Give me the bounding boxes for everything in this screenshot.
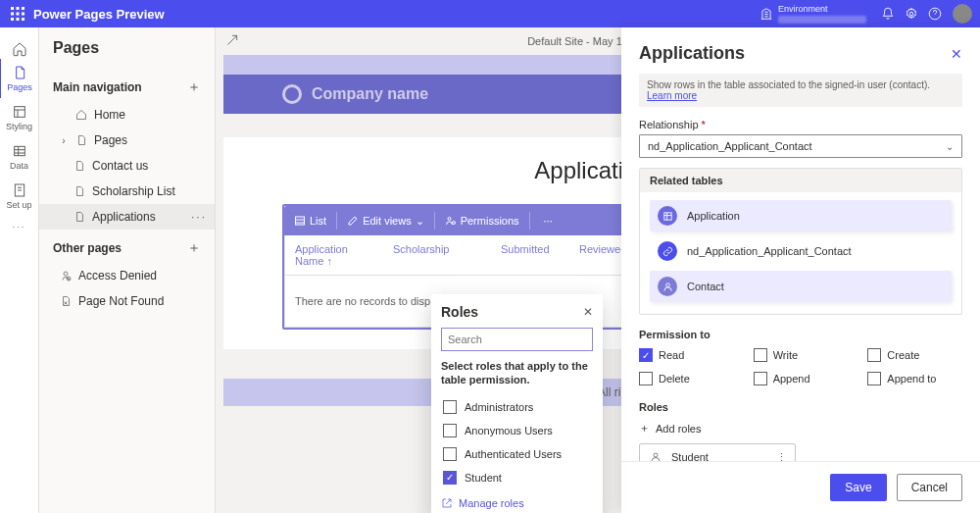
perm-write[interactable]: Write — [754, 348, 849, 362]
plus-icon: ＋ — [639, 421, 650, 436]
settings-icon[interactable] — [900, 2, 923, 26]
toolbar-list[interactable]: List — [284, 206, 336, 235]
chevron-right-icon[interactable]: › — [59, 135, 69, 146]
sidebar-item-scholarship[interactable]: Scholarship List — [39, 179, 215, 204]
col-scholarship[interactable]: Scholarship — [383, 235, 491, 275]
svg-rect-5 — [22, 13, 24, 16]
environment-label-text: Environment — [778, 5, 866, 14]
more-icon[interactable]: ··· — [191, 210, 207, 224]
permissions-panel: Applications ✕ Show rows in the table as… — [621, 27, 980, 513]
notifications-icon[interactable] — [876, 2, 900, 26]
sidebar-item-label: Pages — [94, 133, 127, 147]
sidebar-item-applications[interactable]: Applications ··· — [39, 204, 215, 230]
role-checkbox-auth[interactable]: Authenticated Users — [441, 442, 593, 466]
rail-pages[interactable]: Pages — [0, 59, 38, 98]
related-tables-box: Related tables Application nd_Applicatio… — [639, 168, 962, 315]
role-checkbox-admin[interactable]: Administrators — [441, 395, 593, 419]
save-button[interactable]: Save — [830, 474, 886, 501]
page-icon — [74, 133, 88, 147]
left-rail: Pages Styling Data Set up ··· — [0, 27, 39, 513]
sidebar-item-home[interactable]: Home — [39, 102, 215, 128]
related-table-contact[interactable]: Contact — [650, 271, 952, 302]
table-icon — [658, 206, 677, 226]
role-checkbox-student[interactable]: ✓Student — [441, 466, 593, 489]
rail-styling[interactable]: Styling — [0, 98, 39, 137]
sidebar-item-access-denied[interactable]: Access Denied — [39, 263, 215, 288]
svg-point-20 — [665, 282, 669, 286]
svg-rect-4 — [17, 13, 20, 16]
person-icon — [658, 277, 677, 296]
sidebar-item-label: Applications — [92, 210, 156, 224]
denied-icon — [59, 269, 73, 282]
roles-popover-title: Roles — [441, 304, 478, 320]
add-page-icon[interactable]: ＋ — [187, 78, 201, 96]
rail-more[interactable]: ··· — [0, 216, 39, 237]
svg-point-21 — [654, 453, 658, 457]
perm-appendto[interactable]: Append to — [867, 372, 962, 385]
perm-append[interactable]: Append — [754, 372, 849, 385]
rail-data[interactable]: Data — [0, 137, 39, 177]
svg-rect-8 — [22, 18, 24, 21]
manage-roles-link[interactable]: Manage roles — [441, 497, 593, 509]
sidebar-item-label: Scholarship List — [92, 184, 175, 198]
svg-rect-12 — [14, 146, 24, 155]
app-title: Power Pages Preview — [33, 7, 165, 22]
roles-popover: Roles ✕ Select roles that apply to the t… — [431, 294, 603, 513]
company-name: Company name — [312, 85, 428, 103]
svg-rect-19 — [663, 212, 670, 219]
toolbar-edit-views[interactable]: Edit views ⌄ — [337, 206, 434, 235]
svg-rect-2 — [22, 7, 24, 10]
sidebar-item-pages[interactable]: › Pages — [39, 128, 215, 153]
cancel-button[interactable]: Cancel — [897, 474, 962, 501]
roles-search-input[interactable] — [441, 328, 593, 351]
related-table-application[interactable]: Application — [650, 200, 952, 231]
rail-home[interactable] — [0, 35, 39, 59]
learn-more-link[interactable]: Learn more — [647, 90, 697, 101]
relationship-dropdown[interactable]: nd_Application_Applicant_Contact ⌄ — [639, 134, 962, 158]
col-submitted[interactable]: Submitted — [491, 235, 569, 275]
permission-to-label: Permission to — [639, 329, 962, 340]
sidebar-item-label: Home — [94, 108, 125, 122]
col-application-name[interactable]: Application Name ↑ — [285, 235, 383, 275]
rail-setup-label: Set up — [6, 200, 31, 210]
rail-pages-label: Pages — [7, 82, 32, 92]
waffle-icon[interactable] — [8, 4, 27, 24]
svg-rect-0 — [11, 7, 14, 10]
add-roles-button[interactable]: ＋ Add roles — [639, 421, 962, 436]
svg-point-17 — [448, 218, 451, 221]
expand-arrow-icon[interactable] — [225, 33, 239, 47]
chevron-down-icon: ⌄ — [946, 141, 954, 152]
help-icon[interactable] — [923, 2, 947, 26]
add-other-page-icon[interactable]: ＋ — [187, 239, 201, 257]
company-logo-icon — [282, 84, 302, 104]
page-icon — [73, 210, 86, 224]
related-table-relation[interactable]: nd_Application_Applicant_Contact — [650, 235, 952, 267]
svg-point-14 — [64, 272, 68, 276]
perm-read[interactable]: ✓Read — [639, 348, 734, 362]
sidebar-item-label: Access Denied — [78, 269, 157, 282]
page-icon — [73, 159, 86, 173]
main-navigation-header: Main navigation ＋ — [39, 69, 215, 102]
toolbar-more[interactable]: ··· — [534, 206, 563, 235]
roles-hint: Select roles that apply to the table per… — [441, 359, 593, 387]
rail-setup[interactable]: Set up — [0, 177, 39, 216]
chevron-down-icon: ⌄ — [416, 215, 424, 228]
avatar[interactable] — [953, 4, 972, 24]
environment-label[interactable]: Environment — [778, 5, 866, 24]
close-panel-icon[interactable]: ✕ — [951, 46, 962, 62]
home-icon — [74, 108, 88, 122]
perm-delete[interactable]: Delete — [639, 372, 734, 385]
sidebar-item-contact[interactable]: Contact us — [39, 153, 215, 179]
role-checkbox-anon[interactable]: Anonymous Users — [441, 419, 593, 442]
relationship-label: Relationship * — [639, 119, 962, 130]
sidebar-item-not-found[interactable]: Page Not Found — [39, 288, 215, 314]
environment-icon[interactable] — [755, 2, 778, 26]
panel-title: Applications — [639, 43, 745, 64]
close-icon[interactable]: ✕ — [583, 305, 593, 319]
toolbar-permissions[interactable]: Permissions — [435, 206, 529, 235]
perm-create[interactable]: Create — [867, 348, 962, 362]
top-bar: Power Pages Preview Environment — [0, 0, 980, 27]
notfound-icon — [59, 294, 73, 308]
svg-rect-3 — [11, 13, 14, 16]
sidebar-item-label: Page Not Found — [78, 294, 164, 308]
